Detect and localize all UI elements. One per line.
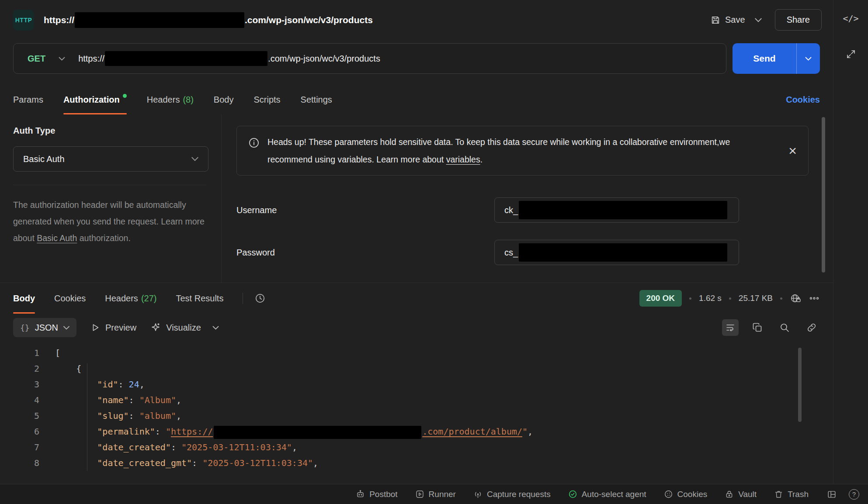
network-info-button[interactable]	[790, 293, 801, 304]
auto-select-agent-label: Auto-select agent	[582, 490, 646, 499]
tab-body[interactable]: Body	[214, 85, 234, 114]
save-button[interactable]: Save	[711, 15, 745, 25]
response-format-select[interactable]: {} JSON	[13, 318, 76, 337]
status-bar: Postbot Runner Capture requests Auto-sel…	[0, 484, 868, 504]
help-button[interactable]: ?	[849, 489, 859, 500]
capture-requests-button[interactable]: Capture requests	[473, 490, 551, 499]
auth-description-tail: authorization.	[77, 233, 131, 243]
scrollbar[interactable]	[822, 117, 825, 273]
variables-link[interactable]: variables	[446, 155, 480, 164]
postbot-icon	[356, 490, 365, 499]
topbar: HTTP https:// .com/wp-json/wc/v3/product…	[0, 0, 833, 40]
view-options-chevron[interactable]	[212, 326, 219, 330]
trash-button[interactable]: Trash	[774, 490, 809, 499]
chevron-down-icon	[212, 326, 219, 330]
response-size: 25.17 KB	[739, 293, 773, 303]
cookies-link[interactable]: Cookies	[786, 95, 820, 105]
auth-type-select[interactable]: Basic Auth	[13, 146, 208, 172]
expand-panel-button[interactable]	[846, 49, 856, 59]
response-tab-headers[interactable]: Headers (27)	[105, 283, 156, 314]
request-bar: GET https:// .com/wp-json/wc/v3/products…	[0, 40, 833, 85]
copy-button[interactable]	[749, 319, 766, 336]
method-selector[interactable]: GET	[14, 54, 78, 64]
redaction-bar	[519, 201, 727, 219]
request-title-prefix: https://	[44, 15, 74, 25]
response-history-button[interactable]	[254, 293, 266, 304]
response-tab-body-label: Body	[13, 293, 35, 304]
redaction-bar	[214, 426, 421, 439]
postbot-button[interactable]: Postbot	[356, 490, 397, 499]
panel-layout-button[interactable]	[827, 490, 837, 499]
tab-params[interactable]: Params	[13, 85, 43, 114]
tab-settings[interactable]: Settings	[301, 85, 332, 114]
send-button[interactable]: Send	[733, 43, 796, 74]
visualize-sparkle-icon	[150, 322, 161, 333]
link-button[interactable]	[803, 319, 820, 336]
auth-type-label: Auth Type	[13, 126, 206, 136]
code-icon: </>	[843, 13, 858, 24]
vault-button[interactable]: Vault	[725, 490, 757, 499]
response-toolbar: {} JSON Preview	[0, 314, 833, 342]
response-body-editor[interactable]: 1[2 {3 "id": 24,4 "name": "Album",5 "slu…	[0, 342, 833, 484]
password-row: Password cs_	[236, 240, 809, 265]
preview-label: Preview	[105, 323, 136, 333]
workspace: HTTP https:// .com/wp-json/wc/v3/product…	[0, 0, 868, 484]
redaction-bar	[105, 51, 267, 66]
password-input[interactable]: cs_	[494, 240, 739, 265]
more-horizontal-icon	[809, 293, 820, 304]
username-input[interactable]: ck_	[494, 197, 739, 223]
response-tab-cookies-label: Cookies	[54, 293, 86, 304]
response-tab-headers-label: Headers	[105, 293, 138, 304]
response-action-icons	[722, 319, 820, 336]
banner-close-button[interactable]: ×	[788, 144, 797, 158]
main-column: HTTP https:// .com/wp-json/wc/v3/product…	[0, 0, 833, 484]
runner-label: Runner	[429, 490, 456, 499]
request-title: https:// .com/wp-json/wc/v3/products	[44, 12, 373, 28]
auto-select-agent-button[interactable]: Auto-select agent	[568, 490, 646, 499]
tab-authorization[interactable]: Authorization	[63, 85, 127, 114]
statusbar-right-icons: ?	[827, 489, 859, 500]
tab-scripts[interactable]: Scripts	[253, 85, 280, 114]
share-button[interactable]: Share	[775, 9, 822, 31]
search-button[interactable]	[776, 319, 793, 336]
visualize-button[interactable]: Visualize	[150, 322, 201, 333]
status-badge: 200 OK	[639, 290, 682, 307]
wrap-lines-button[interactable]	[722, 319, 739, 336]
response-tab-test-results[interactable]: Test Results	[176, 283, 223, 314]
url-input[interactable]: https:// .com/wp-json/wc/v3/products	[78, 51, 380, 66]
username-label: Username	[236, 205, 494, 215]
send-options-chevron[interactable]	[796, 43, 820, 74]
response-tabs: Body Cookies Headers (27) Test Results	[0, 283, 833, 314]
response-tab-body[interactable]: Body	[13, 283, 35, 314]
save-options-chevron[interactable]	[755, 18, 762, 22]
capture-signal-icon	[473, 490, 483, 499]
tab-params-label: Params	[13, 95, 43, 105]
trash-label: Trash	[788, 490, 809, 499]
topbar-actions: Save Share	[711, 9, 822, 31]
preview-button[interactable]: Preview	[90, 323, 136, 333]
expand-diagonal-icon	[846, 49, 856, 59]
runner-button[interactable]: Runner	[415, 490, 456, 499]
banner-text-tail: .	[480, 155, 483, 164]
chevron-down-icon	[63, 326, 69, 330]
divider	[13, 185, 206, 185]
dot-separator	[689, 297, 691, 300]
banner-text-body: Heads up! These parameters hold sensitiv…	[267, 137, 730, 164]
request-title-suffix: .com/wp-json/wc/v3/products	[245, 15, 373, 25]
auth-type-panel: Auth Type Basic Auth The authorization h…	[0, 114, 222, 283]
password-label: Password	[236, 248, 494, 258]
response-tab-cookies[interactable]: Cookies	[54, 283, 86, 314]
tab-scripts-label: Scripts	[253, 95, 280, 105]
response-tab-headers-count: (27)	[141, 293, 157, 304]
code-snippet-button[interactable]: </>	[843, 13, 858, 24]
dot-separator	[780, 297, 782, 300]
editor-scrollbar[interactable]	[798, 348, 802, 422]
tab-headers[interactable]: Headers (8)	[147, 85, 194, 114]
right-sidebar: </>	[833, 0, 868, 484]
basic-auth-link[interactable]: Basic Auth	[37, 233, 77, 243]
close-icon: ×	[788, 144, 797, 158]
postman-app: HTTP https:// .com/wp-json/wc/v3/product…	[0, 0, 868, 504]
request-tabs: Params Authorization Headers (8) Body Sc…	[0, 85, 833, 114]
cookies-button[interactable]: Cookies	[664, 490, 708, 499]
more-options-button[interactable]	[809, 293, 820, 304]
